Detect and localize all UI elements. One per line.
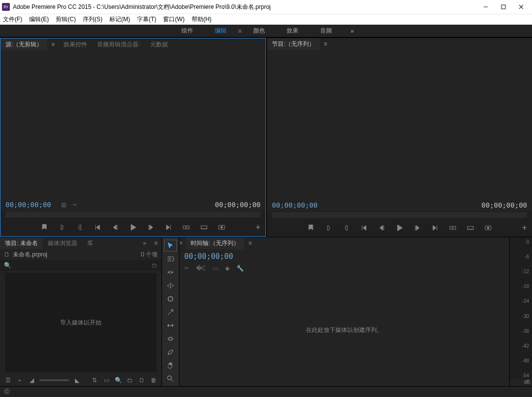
project-search-input[interactable] [16,262,147,269]
rate-stretch-tool[interactable] [165,293,176,304]
tab-effect-controls[interactable]: 效果控件 [59,38,92,50]
slide-tool[interactable] [165,333,176,344]
menu-file[interactable]: 文件(F) [3,15,22,24]
timeline-dropzone[interactable]: 在此处放下媒体以创建序列。 [179,274,509,386]
tab-project[interactable]: 项目: 未命名 [0,237,43,249]
ripple-edit-tool[interactable] [165,267,176,278]
menu-edit[interactable]: 编辑(E) [29,15,49,24]
automate-button[interactable]: ▭ [102,376,110,384]
program-panel-menu[interactable]: ≡ [320,40,331,47]
pen-tool[interactable] [165,347,176,358]
new-bin-button[interactable]: 🗀 [126,376,134,384]
track-select-tool[interactable] [165,253,176,264]
tab-program[interactable]: 节目:（无序列） [267,38,320,50]
find-button[interactable]: 🔍 [114,376,122,384]
workspace-color[interactable]: 颜色 [242,27,276,35]
selection-tool[interactable] [165,240,176,251]
program-timecode-current[interactable]: 00;00;00;00 [272,201,318,209]
delete-button[interactable]: 🗑 [150,376,158,384]
workspace-effects[interactable]: 效果 [276,27,309,35]
timeline-close-button[interactable]: × [179,240,183,247]
add-marker-button[interactable] [40,223,49,232]
p-goto-out-button[interactable] [431,223,439,232]
project-panel-menu[interactable]: ≡ [150,240,162,247]
svg-rect-1 [501,5,505,9]
insert-button[interactable] [182,223,191,232]
svg-rect-10 [450,226,452,229]
slip-tool[interactable] [165,320,176,331]
search-bin-icon[interactable]: 🗀 [152,262,158,269]
window-titlebar: Pr Adobe Premiere Pro CC 2015 - C:\Users… [0,0,532,14]
tab-libraries[interactable]: 库 [82,237,98,249]
mark-out-button[interactable] [75,223,84,232]
p-add-transport-button[interactable]: + [522,223,527,233]
tab-timeline[interactable]: 时间轴:（无序列） [186,237,244,249]
workspace-editing[interactable]: 编辑 [204,27,237,35]
list-view-button[interactable]: ☰ [4,376,12,384]
razor-tool[interactable] [165,307,176,318]
hand-tool[interactable] [165,360,176,371]
minimize-button[interactable] [477,0,495,14]
maximize-button[interactable] [495,0,512,14]
zoom-slider[interactable] [39,379,69,381]
snap-button[interactable]: ✂ [184,265,189,272]
p-step-back-button[interactable] [377,223,386,232]
p-mark-out-button[interactable] [342,223,351,232]
p-play-button[interactable] [395,223,404,232]
p-lift-button[interactable] [448,223,457,232]
svg-line-17 [171,379,173,382]
creative-cloud-icon[interactable]: ⓒ [4,388,10,396]
project-dropzone[interactable]: 导入媒体以开始 [5,273,157,372]
scroll-icon[interactable]: ⇥ [71,201,76,208]
zoom-slider-icon[interactable]: ◢ [28,376,35,384]
sort-button[interactable]: ⇅ [91,376,99,384]
workspace-audio[interactable]: 音频 [309,27,343,35]
zoom-tool[interactable] [165,373,176,384]
play-button[interactable] [129,223,137,232]
source-ruler[interactable] [5,212,261,217]
mark-in-button[interactable] [58,223,66,232]
svg-point-9 [221,226,223,228]
icon-view-button[interactable]: ▪ [16,376,24,384]
menu-title[interactable]: 字幕(T) [137,15,156,24]
project-tabs-overflow[interactable]: » [139,240,150,247]
tab-metadata[interactable]: 元数据 [145,38,173,50]
add-transport-button[interactable]: + [255,222,261,233]
timeline-marker-icon[interactable]: ◆ [225,265,230,272]
goto-out-button[interactable] [164,223,173,232]
export-frame-button[interactable] [217,223,226,232]
source-panel-menu[interactable]: ≡ [47,41,59,48]
timeline-panel-menu[interactable]: ≡ [244,240,256,247]
linked-selection-button[interactable]: �Ⅽ [196,265,206,272]
p-goto-in-button[interactable] [360,223,368,232]
step-back-button[interactable] [111,223,120,232]
menu-sequence[interactable]: 序列(S) [83,15,102,24]
workspace-assembly[interactable]: 组件 [170,27,204,35]
rolling-edit-tool[interactable] [165,280,176,291]
p-step-forward-button[interactable] [413,223,422,232]
menu-clip[interactable]: 剪辑(C) [56,15,76,24]
program-ruler[interactable] [272,212,527,218]
p-export-frame-button[interactable] [484,223,493,232]
tab-source[interactable]: 源:（无剪辑） [0,38,47,50]
goto-in-button[interactable] [93,223,102,232]
menu-marker[interactable]: 标记(M) [109,15,130,24]
timeline-settings-button[interactable]: 🔧 [236,265,244,272]
tab-media-browser[interactable]: 媒体浏览器 [43,237,82,249]
source-timecode-current[interactable]: 00;00;00;00 [5,201,51,209]
step-forward-button[interactable] [146,223,155,232]
menu-window[interactable]: 窗口(W) [163,15,184,24]
timeline-timecode[interactable]: 00;00;00;00 [184,252,504,261]
tab-audio-clip-mixer[interactable]: 音频剪辑混合器: [92,38,145,50]
new-item-button[interactable]: 🗋 [138,376,146,384]
close-button[interactable] [512,0,530,14]
add-marker-timeline-button[interactable]: ▭ [213,265,218,272]
overwrite-button[interactable] [200,223,208,232]
workspace-overflow-button[interactable]: » [343,28,362,35]
p-extract-button[interactable] [466,223,475,232]
svg-point-15 [487,227,489,229]
menu-help[interactable]: 帮助(H) [192,15,212,24]
fit-icon[interactable]: ▦ [61,201,66,208]
p-add-marker-button[interactable] [306,223,315,232]
p-mark-in-button[interactable] [324,223,333,232]
